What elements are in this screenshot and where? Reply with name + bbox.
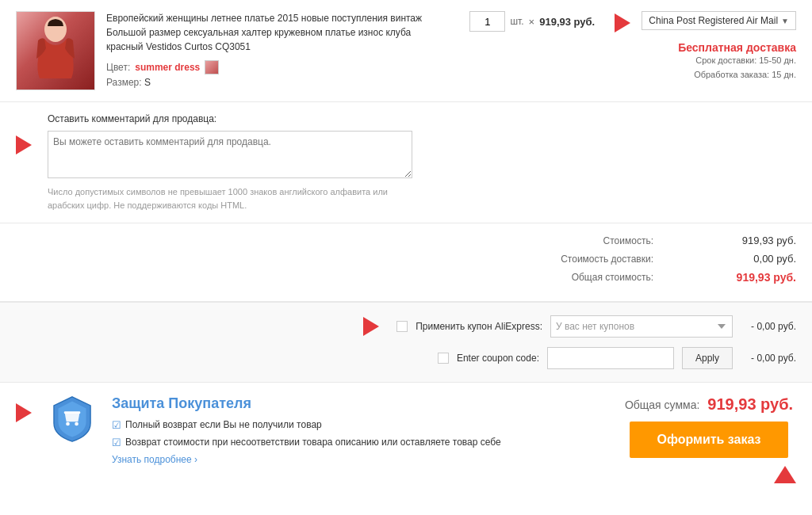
delivery-cost-value: 0,00 руб.	[701, 253, 796, 265]
protection-arrow	[16, 403, 32, 422]
product-qty-price: шт. × 919,93 руб.	[461, 11, 603, 32]
coupon-section: Применить купон AliExpress: У вас нет ку…	[0, 303, 812, 383]
order-up-arrow	[774, 466, 796, 483]
svg-rect-2	[64, 411, 80, 414]
comment-label: Оставить комментарий для продавца:	[48, 113, 796, 124]
place-order-button[interactable]: Оформить заказ	[630, 422, 788, 458]
product-color-row: Цвет: summer dress	[106, 60, 450, 74]
delivery-time: Срок доставки: 15-50 дн.	[615, 54, 796, 68]
quantity-input[interactable]	[469, 11, 505, 32]
aliexpress-coupon-row: Применить купон AliExpress: У вас нет ку…	[16, 315, 796, 338]
bottom-section: Защита Покупателя ☑ Полный возврат если …	[0, 383, 812, 496]
comment-hint: Число допустимых символов не превышает 1…	[48, 185, 412, 212]
shipping-dropdown[interactable]: China Post Registered Air Mail ▼	[642, 11, 796, 30]
coupon-code-input[interactable]	[547, 347, 674, 369]
check-icon-1: ☑	[112, 418, 121, 433]
svg-point-3	[66, 422, 70, 426]
processing-time: Обработка заказа: 15 дн.	[615, 68, 796, 82]
color-label: Цвет:	[106, 62, 130, 73]
order-total-value: 919,93 руб.	[707, 395, 793, 414]
svg-point-4	[75, 422, 79, 426]
total-cost-row: Общая стоимость: 919,93 руб.	[16, 271, 796, 284]
order-total-row: Общая сумма: 919,93 руб.	[625, 395, 793, 414]
learn-more-link[interactable]: Узнать подробнее	[112, 454, 197, 465]
comment-section: Оставить комментарий для продавца: Число…	[0, 102, 812, 223]
protection-title: Защита Покупателя	[112, 395, 501, 412]
delivery-cost-label: Стоимость доставки:	[542, 254, 653, 265]
cost-value: 919,93 руб.	[701, 235, 796, 246]
shield-icon	[51, 395, 94, 443]
qty-price-row: шт. × 919,93 руб.	[469, 11, 595, 32]
coupon-discount-2: - 0,00 руб.	[741, 353, 796, 364]
product-info: Европейский женщины летнее платье 2015 н…	[106, 11, 450, 88]
size-value: S	[144, 77, 151, 88]
protection-item-1: ☑ Полный возврат если Вы не получили тов…	[112, 418, 501, 433]
free-shipping-text: Бесплатная доставка	[615, 41, 796, 54]
comment-textarea[interactable]	[48, 131, 412, 178]
times-sign: ×	[529, 16, 535, 28]
total-cost-label: Общая стоимость:	[542, 272, 653, 283]
product-section: Европейский женщины летнее платье 2015 н…	[0, 0, 812, 102]
buyer-protection: Защита Покупателя ☑ Полный возврат если …	[16, 395, 598, 465]
dropdown-arrow-icon: ▼	[781, 17, 789, 25]
page-wrapper: Европейский женщины летнее платье 2015 н…	[0, 0, 812, 515]
product-image	[16, 11, 95, 90]
apply-button[interactable]: Apply	[682, 347, 733, 369]
protection-content: Защита Покупателя ☑ Полный возврат если …	[112, 395, 501, 465]
shipping-method-label: China Post Registered Air Mail	[649, 15, 778, 26]
comment-arrow	[16, 135, 32, 154]
delivery-cost-row: Стоимость доставки: 0,00 руб.	[16, 253, 796, 265]
enter-code-label: Enter coupon code:	[457, 353, 539, 364]
color-value: summer dress	[135, 62, 200, 73]
protection-icon-wrap	[51, 395, 94, 445]
aliexpress-coupon-label: Применить купон AliExpress:	[416, 321, 542, 332]
comment-inner: Оставить комментарий для продавца: Число…	[48, 113, 796, 212]
product-title: Европейский женщины летнее платье 2015 н…	[106, 11, 450, 54]
delivery-info: Срок доставки: 15-50 дн. Обработка заказ…	[615, 54, 796, 82]
price-summary: Стоимость: 919,93 руб. Стоимость доставк…	[0, 223, 812, 302]
aliexpress-coupon-checkbox[interactable]	[396, 321, 408, 332]
unit-price: 919,93 руб.	[539, 16, 595, 28]
color-swatch	[205, 60, 219, 74]
order-total-area: Общая сумма: 919,93 руб. Оформить заказ	[622, 395, 796, 483]
coupon-select[interactable]: У вас нет купонов	[550, 315, 733, 338]
qty-unit: шт.	[510, 16, 523, 27]
shipping-area: China Post Registered Air Mail ▼ Бесплат…	[615, 11, 796, 82]
size-label: Размер:	[106, 77, 142, 88]
cost-label: Стоимость:	[542, 235, 653, 246]
coupon-discount-1: - 0,00 руб.	[741, 321, 796, 332]
total-cost-value: 919,93 руб.	[701, 271, 796, 284]
order-total-label: Общая сумма:	[625, 399, 699, 411]
coupon-arrow	[363, 317, 379, 336]
protection-item-2: ☑ Возврат стоимости при несоответствии т…	[112, 436, 501, 450]
product-size-row: Размер: S	[106, 77, 450, 88]
enter-code-checkbox[interactable]	[438, 353, 449, 364]
check-icon-2: ☑	[112, 436, 121, 450]
cost-row: Стоимость: 919,93 руб.	[16, 235, 796, 246]
shipping-arrow	[615, 13, 630, 32]
enter-code-row: Enter coupon code: Apply - 0,00 руб.	[16, 347, 796, 369]
